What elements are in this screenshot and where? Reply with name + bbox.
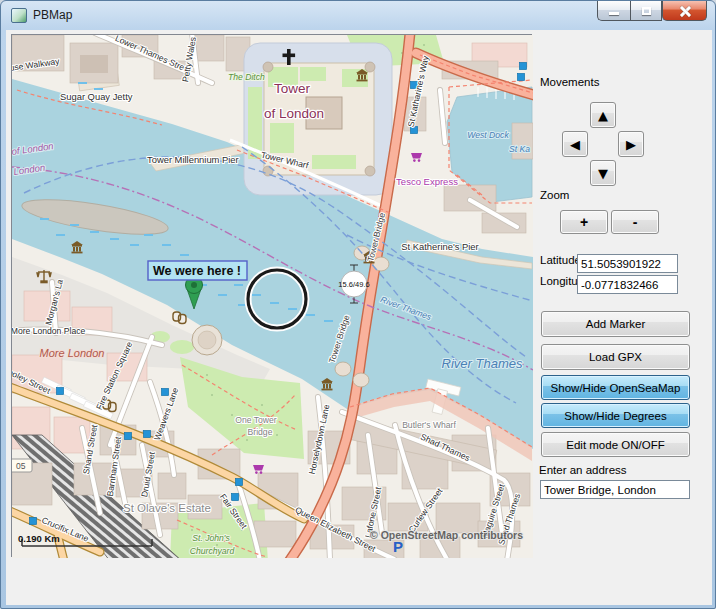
plus-icon: + [580, 215, 588, 229]
map-label: St Olave's Estate [123, 502, 211, 514]
edit-mode-button[interactable]: Edit mode ON/OFF [541, 432, 690, 457]
left-arrow-icon: ◀ [570, 138, 580, 151]
map-label: St. John's [192, 533, 230, 543]
add-marker-button[interactable]: Add Marker [541, 311, 690, 337]
map-label: Bridge [248, 427, 273, 437]
maximize-button[interactable] [630, 1, 662, 21]
minus-icon: - [633, 215, 638, 229]
latitude-input[interactable] [577, 254, 678, 273]
map-label: St Ka [509, 144, 530, 154]
app-window: PBMap [0, 0, 716, 609]
close-button[interactable] [662, 1, 707, 21]
toggle-degrees-button[interactable]: Show/Hide Degrees [541, 403, 690, 428]
map-svg: P use Walkway Lower Thames Street Petty … [12, 35, 533, 558]
app-icon [11, 8, 27, 23]
zoom-in-button[interactable]: + [560, 210, 608, 234]
address-input[interactable] [540, 480, 690, 499]
title-bar[interactable]: PBMap [1, 1, 715, 30]
map-canvas[interactable]: P use Walkway Lower Thames Street Petty … [11, 34, 532, 557]
map-label: Tesco Express [396, 176, 458, 187]
map-label: More London [40, 347, 105, 359]
map-label: River Thames [442, 356, 523, 371]
longitude-input[interactable] [577, 275, 678, 294]
map-label: The Ditch [228, 72, 265, 82]
map-label: Churchyard [190, 546, 235, 556]
map-label: More London Place [12, 326, 85, 336]
map-label: Tower [274, 81, 311, 96]
latitude-label: Latitude [540, 254, 581, 266]
maximize-icon [642, 7, 651, 15]
down-arrow-icon: ▼ [598, 167, 608, 180]
svg-text:0.190 Km: 0.190 Km [18, 533, 60, 544]
right-arrow-icon: ▶ [626, 138, 636, 151]
move-up-button[interactable]: ▲ [590, 102, 616, 128]
map-label: of London [264, 106, 324, 121]
map-label: St Katherine's Pier [401, 241, 478, 252]
svg-text:We were here !: We were here ! [153, 264, 241, 278]
zoom-label: Zoom [540, 189, 569, 201]
load-gpx-button[interactable]: Load GPX [541, 344, 690, 370]
map-label: Butler's Wharf [402, 420, 456, 430]
zoom-out-button[interactable]: - [611, 210, 659, 234]
client-area: P use Walkway Lower Thames Street Petty … [6, 30, 712, 605]
address-label: Enter an address [539, 464, 627, 476]
road-ref-badge: 05 [12, 459, 32, 472]
map-label: West Dock [467, 130, 509, 140]
map-label: One Tower [235, 415, 277, 425]
close-icon [679, 5, 691, 17]
map-attribution: © OpenStreetMap contributors [370, 529, 523, 541]
minimize-icon [609, 12, 619, 15]
map-label: Tower Millennium Pier [147, 154, 239, 165]
move-right-button[interactable]: ▶ [618, 131, 644, 157]
svg-text:05: 05 [16, 461, 26, 471]
marker-tooltip[interactable]: We were here ! [148, 261, 247, 280]
minimize-button[interactable] [597, 1, 630, 21]
movements-label: Movements [540, 76, 599, 88]
svg-text:15.6/49.6: 15.6/49.6 [338, 280, 369, 289]
move-left-button[interactable]: ◀ [562, 131, 588, 157]
map-label: Sugar Quay Jetty [60, 91, 133, 102]
window-title: PBMap [33, 8, 72, 22]
toggle-openseamap-button[interactable]: Show/Hide OpenSeaMap [541, 375, 690, 400]
up-arrow-icon: ▲ [598, 109, 608, 122]
city-hall [192, 325, 222, 355]
move-down-button[interactable]: ▼ [590, 160, 616, 186]
